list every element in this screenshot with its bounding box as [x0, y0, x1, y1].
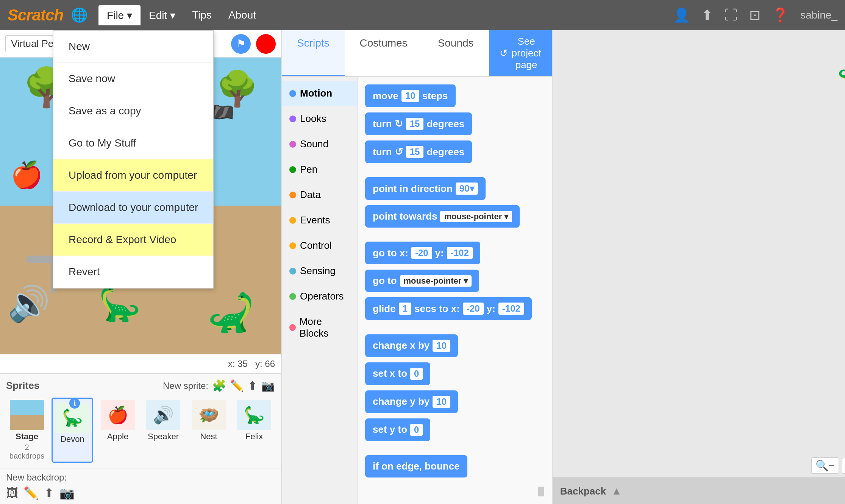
block-changey-val[interactable]: 10: [433, 396, 450, 408]
block-point-direction[interactable]: point in direction 90▾: [365, 177, 486, 200]
block-glide-secs[interactable]: 1: [399, 303, 411, 315]
backdrop-panel: New backdrop: 🖼 ✏️ ⬆ 📷: [0, 468, 281, 504]
block-setx-val[interactable]: 0: [410, 368, 423, 380]
block-turn-cw[interactable]: turn ↻ 15 degrees: [365, 112, 472, 135]
block-gotoxy-x-val[interactable]: -20: [411, 247, 432, 259]
sprite-thumb-nest[interactable]: 🪺 Nest: [188, 398, 230, 463]
category-sensing[interactable]: Sensing: [282, 258, 357, 284]
profile-icon[interactable]: 👤: [673, 7, 690, 23]
stop-button[interactable]: [256, 34, 276, 54]
speaker-thumbnail: 🔊: [146, 400, 180, 430]
block-turnccw-val[interactable]: 15: [406, 146, 424, 158]
block-pointdir-val[interactable]: 90▾: [456, 183, 478, 195]
menu-item-go-to-my-stuff[interactable]: Go to My Stuff: [53, 127, 213, 159]
info-badge: ℹ: [69, 398, 80, 409]
new-sprite-camera-icon[interactable]: 📷: [261, 379, 275, 392]
block-glide-x[interactable]: -20: [463, 303, 484, 315]
fullscreen-icon[interactable]: ⛶: [724, 7, 738, 23]
backdrop-image-icon[interactable]: 🖼: [6, 486, 18, 500]
see-project-button[interactable]: ↺ See project page: [489, 30, 552, 76]
green-flag-button[interactable]: ⚑: [231, 34, 251, 54]
block-sety-val[interactable]: 0: [410, 424, 423, 436]
more-blocks-label: More Blocks: [300, 316, 350, 339]
scrollbar[interactable]: [538, 487, 544, 496]
tab-costumes[interactable]: Costumes: [345, 30, 423, 76]
backdrop-paint-icon[interactable]: ✏️: [23, 486, 39, 500]
zoom-bar: 🔍− ≡ 🔍+: [811, 457, 845, 474]
category-data[interactable]: Data: [282, 182, 357, 208]
category-pen[interactable]: Pen: [282, 157, 357, 182]
block-go-to-xy[interactable]: go to x: -20 y: -102: [365, 242, 480, 264]
upload-icon[interactable]: ⬆: [701, 7, 713, 23]
motion-label: Motion: [300, 87, 332, 99]
menu-item-save-as-copy[interactable]: Save as a copy: [53, 95, 213, 127]
sprite-thumb-felix[interactable]: 🦕 Felix: [233, 398, 275, 463]
block-if-on-edge[interactable]: if on edge, bounce: [365, 455, 467, 477]
new-sprite-from-library-icon[interactable]: 🧩: [212, 379, 226, 392]
sprite-thumb-apple[interactable]: 🍎 Apple: [97, 398, 139, 463]
backpack-bar[interactable]: Backpack ▲: [553, 477, 845, 504]
menu-item-new[interactable]: New: [53, 31, 213, 63]
new-sprite-paint-icon[interactable]: ✏️: [230, 379, 244, 392]
refresh-icon: ↺: [500, 47, 508, 59]
nav-about[interactable]: About: [220, 5, 264, 25]
globe-icon[interactable]: 🌐: [71, 7, 88, 23]
nav-edit[interactable]: Edit ▾: [141, 5, 184, 25]
data-dot: [289, 192, 296, 198]
block-turncw-val[interactable]: 15: [406, 118, 424, 130]
zoom-reset-button[interactable]: ≡: [842, 458, 845, 474]
menu-item-revert[interactable]: Revert: [53, 256, 213, 288]
block-ifonedge-text: if on edge, bounce: [373, 460, 460, 472]
blocks-tabs: Scripts Costumes Sounds ↺ See project pa…: [282, 30, 552, 77]
shrink-icon[interactable]: ⊡: [749, 7, 761, 23]
block-pointtowards-dropdown[interactable]: mouse-pointer ▾: [440, 211, 512, 222]
menu-item-record-export[interactable]: Record & Export Video: [53, 224, 213, 256]
tab-scripts[interactable]: Scripts: [282, 30, 345, 76]
new-sprite-upload-icon[interactable]: ⬆: [248, 379, 257, 392]
block-glide-y[interactable]: -102: [498, 303, 524, 315]
category-more-blocks[interactable]: More Blocks: [282, 309, 357, 346]
block-glide[interactable]: glide 1 secs to x: -20 y: -102: [365, 297, 532, 320]
block-point-towards[interactable]: point towards mouse-pointer ▾: [365, 205, 520, 228]
nav-file[interactable]: File ▾: [98, 5, 141, 25]
block-set-x[interactable]: set x to 0: [365, 362, 430, 385]
block-set-y[interactable]: set y to 0: [365, 418, 430, 441]
block-setx-text: set x to: [373, 368, 407, 379]
category-control[interactable]: Control: [282, 233, 357, 258]
nav-tips[interactable]: Tips: [184, 5, 220, 25]
menu-item-download[interactable]: Download to your computer: [53, 192, 213, 224]
apple-label: Apple: [107, 432, 128, 442]
tab-sounds[interactable]: Sounds: [423, 30, 489, 76]
workspace: x: -20 y: -102 🦕 🔍− ≡ 🔍+ Backpack ▲: [552, 30, 845, 504]
felix-sprite: 🦕: [207, 290, 255, 335]
backdrop-upload-icon[interactable]: ⬆: [44, 486, 54, 500]
category-operators[interactable]: Operators: [282, 284, 357, 309]
block-changex-val[interactable]: 10: [433, 340, 450, 352]
sprite-thumb-stage[interactable]: Stage 2 backdrops: [6, 398, 48, 463]
looks-dot: [289, 115, 296, 122]
sprite-thumb-devon[interactable]: ℹ 🦕 Devon: [52, 398, 93, 463]
coords-bar: x: 35 y: 66: [0, 354, 281, 373]
backdrop-camera-icon[interactable]: 📷: [59, 486, 75, 500]
block-change-x[interactable]: change x by 10: [365, 334, 458, 357]
block-change-y[interactable]: change y by 10: [365, 390, 458, 413]
block-move-steps[interactable]: move 10 steps: [365, 84, 456, 107]
block-goto-dropdown[interactable]: mouse-pointer ▾: [400, 275, 472, 287]
sprite-thumb-speaker[interactable]: 🔊 Speaker: [142, 398, 184, 463]
zoom-out-button[interactable]: 🔍−: [811, 457, 839, 474]
category-events[interactable]: Events: [282, 208, 357, 233]
menu-item-upload[interactable]: Upload from your computer: [53, 159, 213, 192]
logo: Scratch: [8, 6, 63, 24]
help-icon[interactable]: ❓: [772, 7, 789, 23]
category-sound[interactable]: Sound: [282, 131, 357, 157]
category-motion[interactable]: Motion: [282, 81, 357, 106]
block-turn-ccw[interactable]: turn ↺ 15 degrees: [365, 140, 472, 163]
felix-label: Felix: [245, 432, 263, 442]
file-dropdown: New Save now Save as a copy Go to My Stu…: [53, 30, 214, 289]
block-move-val[interactable]: 10: [401, 90, 419, 102]
block-go-to[interactable]: go to mouse-pointer ▾: [365, 270, 479, 292]
category-looks[interactable]: Looks: [282, 106, 357, 131]
menu-item-save-now[interactable]: Save now: [53, 63, 213, 95]
nest-label: Nest: [200, 432, 217, 442]
block-gotoxy-y-val[interactable]: -102: [447, 247, 473, 259]
